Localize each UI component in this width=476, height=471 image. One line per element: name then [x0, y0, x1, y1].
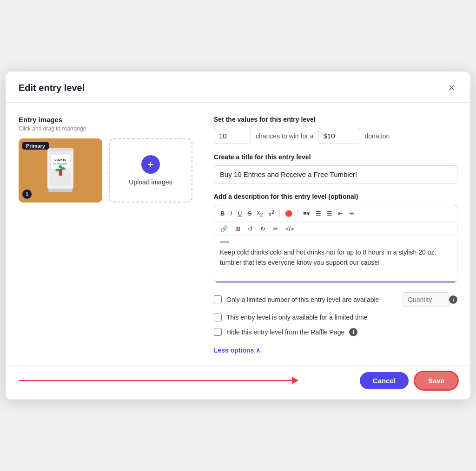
modal-title: Edit entry level [19, 83, 85, 93]
description-editor[interactable]: B I U S x2 x2 🔴 ≡▾ ☰ ☰ ⇤ ⇥ 🔗 [214, 205, 457, 282]
hide-raffle-label: Hide this entry level from the Raffle Pa… [226, 328, 344, 336]
right-panel: Set the values for this entry level chan… [214, 116, 457, 355]
strikethrough-button[interactable]: S [245, 209, 254, 218]
modal-body: Entry images Click and drag to rearrange… [6, 103, 470, 365]
quantity-input[interactable] [403, 292, 449, 307]
redo-button[interactable]: ↻ [258, 224, 268, 233]
limited-quantity-label: Only a limited number of this entry leve… [226, 296, 403, 303]
primary-badge: Primary [22, 142, 49, 150]
editor-toolbar-1: B I U S x2 x2 🔴 ≡▾ ☰ ☰ ⇤ ⇥ [214, 205, 457, 222]
close-button[interactable]: × [446, 82, 457, 94]
upload-plus-icon: + [141, 155, 160, 174]
indent-left-button[interactable]: ⇤ [336, 209, 345, 218]
modal-footer: Cancel Save [6, 365, 470, 399]
entries-row: chances to win for a donation [214, 128, 457, 144]
checkbox-row-2: This entry level is only available for a… [214, 314, 457, 321]
entry-images-sublabel: Click and drag to rearrange [19, 125, 199, 132]
svg-text:UBUNTU: UBUNTU [54, 158, 66, 161]
superscript-button[interactable]: x2 [266, 208, 277, 218]
italic-button[interactable]: I [228, 209, 234, 218]
svg-point-10 [59, 165, 62, 168]
limited-time-label: This entry level is only available for a… [226, 314, 367, 321]
limited-quantity-checkbox[interactable] [214, 295, 222, 303]
modal-header: Edit entry level × [6, 72, 470, 103]
text-color-button[interactable]: 🔴 [283, 209, 295, 218]
code-button[interactable]: </> [283, 224, 297, 233]
svg-rect-11 [48, 189, 73, 192]
table-button[interactable]: ⊞ [233, 224, 243, 233]
entries-suffix: chances to win for a [256, 132, 314, 140]
toolbar-separator-2 [298, 209, 298, 217]
save-button[interactable]: Save [415, 372, 457, 389]
title-input[interactable] [214, 165, 457, 183]
primary-image[interactable]: Primary 1 UBUNTU for the people [19, 138, 102, 203]
indent-right-button[interactable]: ⇥ [346, 209, 356, 218]
editor-content-area[interactable]: Keep cold drinks cold and hot drinks hot… [214, 236, 457, 282]
entry-images-label: Entry images [19, 116, 199, 124]
values-label: Set the values for this entry level [214, 116, 457, 123]
subscript-button[interactable]: x2 [255, 208, 265, 218]
images-row: Primary 1 UBUNTU for the people [19, 138, 199, 203]
cancel-button[interactable]: Cancel [360, 372, 409, 389]
less-options-row: Less options ∧ [214, 343, 457, 356]
limited-time-checkbox[interactable] [214, 314, 222, 321]
format-button[interactable]: ✏ [271, 224, 280, 233]
hide-raffle-info-icon: i [349, 328, 357, 336]
left-panel: Entry images Click and drag to rearrange… [19, 116, 214, 355]
edit-entry-level-modal: Edit entry level × Entry images Click an… [6, 72, 470, 399]
bold-button[interactable]: B [218, 209, 227, 218]
title-label: Create a title for this entry level [214, 153, 457, 161]
checkbox-row-1: Only a limited number of this entry leve… [214, 292, 457, 307]
upload-images-label: Upload images [129, 178, 172, 186]
checkbox-row-3: Hide this entry level from the Raffle Pa… [214, 328, 457, 336]
editor-active-line [220, 242, 229, 242]
quantity-info-icon: i [449, 295, 457, 304]
align-button[interactable]: ≡▾ [301, 209, 312, 218]
entries-input[interactable] [214, 128, 251, 144]
ordered-list-button[interactable]: ☰ [313, 209, 324, 218]
link-button[interactable]: 🔗 [218, 224, 230, 233]
underline-button[interactable]: U [235, 209, 244, 218]
editor-toolbar-2: 🔗 ⊞ ↺ ↻ ✏ </> [214, 222, 457, 236]
less-options-button[interactable]: Less options ∧ [214, 347, 260, 354]
editor-text: Keep cold drinks cold and hot drinks hot… [220, 247, 451, 268]
toolbar-separator-1 [279, 209, 280, 217]
svg-point-8 [55, 169, 60, 171]
undo-button[interactable]: ↺ [245, 224, 255, 233]
donation-input[interactable] [318, 128, 360, 144]
unordered-list-button[interactable]: ☰ [324, 209, 335, 218]
svg-text:for the people: for the people [53, 162, 68, 165]
upload-images-box[interactable]: + Upload images [109, 138, 192, 203]
hide-raffle-checkbox[interactable] [214, 328, 222, 336]
svg-rect-2 [49, 148, 72, 151]
arrow-indicator [19, 380, 298, 381]
donation-suffix: donation [365, 132, 390, 140]
red-arrow [19, 380, 298, 381]
description-label: Add a description for this entry level (… [214, 193, 457, 200]
